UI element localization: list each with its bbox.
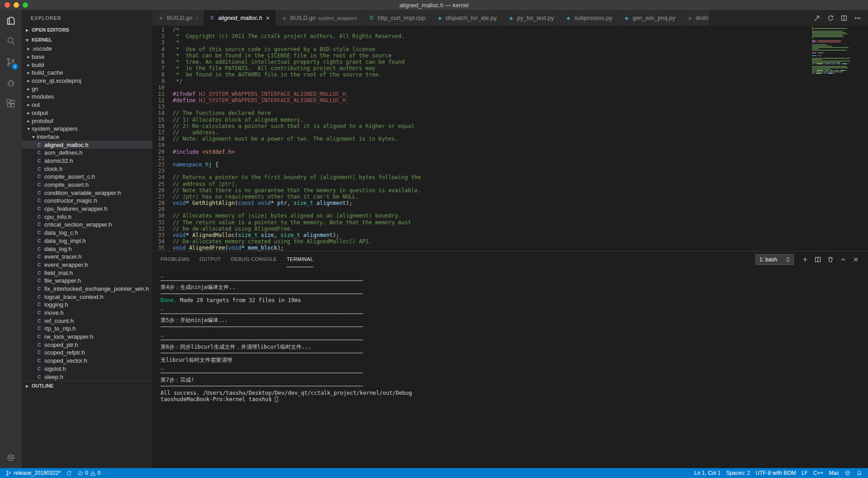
- terminal-line: ────────────────────────────────────────…: [160, 350, 868, 357]
- folder-item[interactable]: ▸out: [22, 101, 152, 109]
- sync-file-icon[interactable]: [825, 12, 836, 24]
- file-item[interactable]: Crtp_to_ntp.h: [22, 325, 152, 333]
- file-item[interactable]: Cfile_wrapper.h: [22, 277, 152, 285]
- file-item[interactable]: Ccompile_assert_c.h: [22, 173, 152, 181]
- folder-item[interactable]: ▸build_cache: [22, 69, 152, 77]
- cursor-position-indicator[interactable]: Ln 1, Col 1: [692, 468, 723, 478]
- source-control-icon[interactable]: 1: [0, 52, 22, 72]
- file-item[interactable]: Ccondition_variable_wrapper.h: [22, 189, 152, 197]
- file-item[interactable]: Cfield_trial.h: [22, 269, 152, 277]
- file-item[interactable]: Clogging.h: [22, 301, 152, 309]
- editor-tab[interactable]: Caligned_malloc.h×: [204, 10, 276, 26]
- file-item[interactable]: Ccpu_features_wrapper.h: [22, 205, 152, 213]
- feedback-smiley-icon[interactable]: [842, 468, 854, 478]
- panel-tab-problems[interactable]: PROBLEMS: [160, 251, 189, 267]
- kernel-section[interactable]: ▾ KERNEL: [22, 35, 152, 45]
- file-item[interactable]: Casm_defines.h: [22, 149, 152, 157]
- file-item[interactable]: Crw_lock_wrapper.h: [22, 333, 152, 341]
- file-item[interactable]: Cevent_tracer.h: [22, 253, 152, 261]
- problems-indicator[interactable]: 0 0: [75, 468, 103, 478]
- file-item[interactable]: Ccritical_section_wrapper.h: [22, 221, 152, 229]
- file-item[interactable]: Cconstructor_magic.h: [22, 197, 152, 205]
- terminal-shell-select[interactable]: 1: bash: [755, 254, 794, 265]
- more-actions-icon[interactable]: [852, 12, 863, 24]
- file-item[interactable]: Csigslot.h: [22, 365, 152, 373]
- build-task-icon[interactable]: [811, 12, 823, 24]
- file-item[interactable]: Cref_count.h: [22, 317, 152, 325]
- close-window-button[interactable]: [5, 2, 10, 8]
- folder-item[interactable]: ▸base: [22, 53, 152, 61]
- file-item[interactable]: Ccompile_assert.h: [22, 181, 152, 189]
- terminal-output[interactable]: _───────────────────────────────────────…: [152, 267, 868, 468]
- file-item[interactable]: Catomic32.h: [22, 157, 152, 165]
- panel-tab-debug-console[interactable]: DEBUG CONSOLE: [231, 251, 277, 267]
- folder-item[interactable]: ▾interface: [22, 133, 152, 141]
- notifications-bell-icon[interactable]: [854, 468, 865, 478]
- indentation-indicator[interactable]: Spaces: 2: [723, 468, 753, 478]
- encoding-indicator[interactable]: UTF-8 with BOM: [753, 468, 798, 478]
- file-item[interactable]: Cdata_log_c.h: [22, 229, 152, 237]
- editor-tab[interactable]: ≡distri: [681, 10, 709, 26]
- sync-changes-button[interactable]: [63, 468, 75, 478]
- outline-section[interactable]: ▸ OUTLINE: [22, 381, 152, 391]
- language-mode-indicator[interactable]: C++: [811, 468, 826, 478]
- folder-item[interactable]: ▸build: [22, 61, 152, 69]
- file-item[interactable]: Cmove.h: [22, 309, 152, 317]
- code-text: // Note that there is no guarantee that …: [173, 187, 421, 194]
- panel-tab-output[interactable]: OUTPUT: [199, 251, 221, 267]
- title-bar[interactable]: aligned_malloc.h — kernel: [0, 0, 868, 10]
- code-text: * in the file PATENTS. All contributing …: [173, 65, 375, 71]
- explorer-icon[interactable]: [0, 10, 22, 31]
- file-item[interactable]: Cscoped_ptr.h: [22, 341, 152, 349]
- file-item[interactable]: Cdata_log.h: [22, 245, 152, 253]
- file-item[interactable]: Cfix_interlocked_exchange_pointer_win.h: [22, 285, 152, 293]
- maximize-window-button[interactable]: [23, 2, 28, 8]
- close-panel-icon[interactable]: [850, 254, 862, 265]
- folder-item[interactable]: ▸ccore_qt.xcodeproj: [22, 77, 152, 85]
- tree-item-label: sleep.h: [44, 374, 63, 380]
- code-editor[interactable]: 1/*2 * Copyright (c) 2011 The cctalk pro…: [152, 26, 868, 251]
- file-item[interactable]: Cscoped_vector.h: [22, 357, 152, 365]
- editor-tab[interactable]: ◆gen_win_proj.py: [618, 10, 681, 26]
- editor-tab[interactable]: ◆dispatch_for_ide.py: [431, 10, 503, 26]
- folder-item[interactable]: ▾system_wrappers: [22, 125, 152, 133]
- folder-item[interactable]: ▸.vscode: [22, 45, 152, 53]
- editor-tab[interactable]: ◆py_for_test.py: [503, 10, 560, 26]
- maximize-panel-icon[interactable]: [837, 254, 849, 265]
- minimize-window-button[interactable]: [14, 2, 19, 8]
- file-item[interactable]: Cevent_wrapper.h: [22, 261, 152, 269]
- settings-gear-icon[interactable]: [0, 447, 22, 468]
- host-indicator[interactable]: Mac: [826, 468, 842, 478]
- split-editor-icon[interactable]: [838, 12, 850, 24]
- editor-tab[interactable]: ≡BUILD.gnsystem_wrappers: [276, 10, 363, 26]
- editor-tab[interactable]: ≡BUILD.gn./: [152, 10, 204, 26]
- new-terminal-icon[interactable]: [799, 254, 811, 265]
- folder-item[interactable]: ▸output: [22, 109, 152, 117]
- file-item[interactable]: Cscoped_refptr.h: [22, 349, 152, 357]
- folder-item[interactable]: ▸gn: [22, 85, 152, 93]
- close-tab-icon[interactable]: ×: [266, 14, 270, 21]
- panel-tab-terminal[interactable]: TERMINAL: [287, 251, 313, 267]
- split-terminal-icon[interactable]: [812, 254, 824, 265]
- code-area[interactable]: 1/*2 * Copyright (c) 2011 The cctalk pro…: [152, 27, 809, 251]
- search-icon[interactable]: [0, 31, 22, 52]
- file-item[interactable]: Cdata_log_impl.h: [22, 237, 152, 245]
- folder-item[interactable]: ▸protobuf: [22, 117, 152, 125]
- extensions-icon[interactable]: [0, 93, 22, 114]
- debug-icon[interactable]: [0, 72, 22, 93]
- open-editors-section[interactable]: ▸ OPEN EDITORS: [22, 25, 152, 35]
- file-item[interactable]: Caligned_malloc.h: [22, 141, 152, 149]
- editor-tab[interactable]: Chttp_curl_impl.cpp: [363, 10, 431, 26]
- eol-indicator[interactable]: LF: [799, 468, 811, 478]
- minimap[interactable]: [812, 27, 862, 74]
- file-item[interactable]: Clogcat_trace_context.h: [22, 293, 152, 301]
- editor-tab[interactable]: ◆subprocess.py: [560, 10, 618, 26]
- folder-item[interactable]: ▸modules: [22, 93, 152, 101]
- file-item[interactable]: Cclock.h: [22, 165, 152, 173]
- file-item[interactable]: Ccpu_info.h: [22, 213, 152, 221]
- file-item[interactable]: Csleep.h: [22, 373, 152, 381]
- git-branch-indicator[interactable]: release_20190322*: [3, 468, 63, 478]
- git-branch-icon: [5, 470, 12, 477]
- kill-terminal-icon[interactable]: [825, 254, 836, 265]
- code-line: 34// De-allocates memory created using t…: [152, 238, 809, 245]
